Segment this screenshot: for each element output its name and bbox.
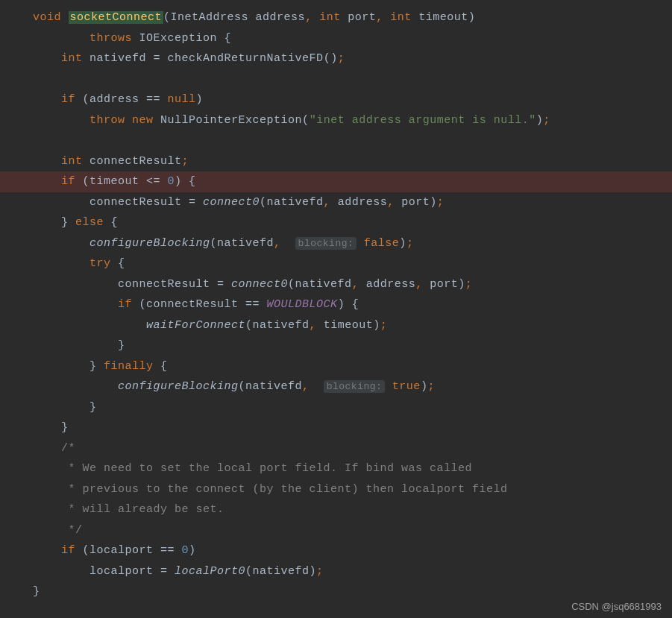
code-line[interactable]: configureBlocking(nativefd, blocking: tr…	[0, 376, 672, 397]
parameter-hint: blocking:	[295, 237, 357, 250]
keyword-void: void	[33, 11, 61, 24]
code-line[interactable]: void socketConnect(InetAddress address, …	[0, 7, 672, 28]
code-line[interactable]: * will already be set.	[0, 499, 672, 520]
code-line[interactable]: localport = localPort0(nativefd);	[0, 561, 672, 582]
keyword-if: if	[61, 175, 75, 188]
op: =	[210, 278, 232, 291]
comma: ,	[376, 11, 383, 24]
arg: port	[430, 278, 458, 291]
code-line[interactable]: throws IOException {	[0, 28, 672, 49]
arg: port	[401, 196, 430, 209]
code-line[interactable]: }	[0, 335, 672, 356]
arg: nativefd	[253, 319, 310, 332]
code-line[interactable]	[0, 69, 672, 90]
op: =	[154, 565, 175, 578]
brace: }	[61, 216, 75, 229]
paren: )	[196, 93, 204, 106]
arg: nativefd	[295, 278, 352, 291]
type: InetAddress	[171, 11, 249, 24]
code-line[interactable]	[0, 130, 672, 151]
comma: ,	[387, 196, 395, 209]
string: "inet address argument is null."	[310, 114, 536, 127]
code-editor[interactable]: void socketConnect(InetAddress address, …	[0, 0, 672, 610]
semi: ;	[380, 319, 388, 332]
boolean: false	[364, 237, 400, 250]
var: timeout	[90, 175, 139, 188]
keyword-new: new	[132, 114, 154, 127]
brace: {	[104, 216, 118, 229]
method-name: socketConnect	[69, 11, 164, 24]
paren: (	[239, 380, 246, 393]
var: nativefd	[90, 52, 146, 65]
number: 0	[182, 544, 189, 557]
code-line[interactable]: } else {	[0, 212, 672, 233]
code-line[interactable]: configureBlocking(nativefd, blocking: fa…	[0, 233, 672, 254]
code-line[interactable]: * We need to set the local port field. I…	[0, 458, 672, 479]
code-line[interactable]: connectResult = connect0(nativefd, addre…	[0, 274, 672, 295]
type: int	[61, 155, 83, 168]
paren: (	[245, 319, 253, 332]
brace: }	[90, 360, 104, 373]
var: connectResult	[118, 278, 210, 291]
code-line[interactable]: /*	[0, 438, 672, 459]
paren: ) {	[175, 175, 196, 188]
paren: (	[75, 544, 90, 557]
arg: address	[366, 278, 416, 291]
code-line[interactable]: int nativefd = checkAndReturnNativeFD();	[0, 48, 672, 69]
code-line[interactable]: }	[0, 397, 672, 418]
brace: }	[61, 421, 69, 434]
paren: (	[163, 11, 171, 24]
paren: )	[310, 565, 317, 578]
code-line[interactable]: }	[0, 417, 672, 438]
code-line[interactable]: try {	[0, 253, 672, 274]
code-line[interactable]: */	[0, 520, 672, 541]
code-line[interactable]: waitForConnect(nativefd, timeout);	[0, 315, 672, 336]
code-line-highlighted[interactable]: if (timeout <= 0) {	[0, 171, 672, 192]
code-line[interactable]: if (localport == 0)	[0, 540, 672, 561]
paren: )	[189, 544, 196, 557]
arg: nativefd	[245, 380, 302, 393]
var: localport	[90, 544, 154, 557]
code-line[interactable]: if (address == null)	[0, 89, 672, 110]
code-line[interactable]: } finally {	[0, 356, 672, 377]
keyword-if: if	[61, 93, 75, 106]
paren: )	[468, 11, 476, 24]
paren: )	[536, 114, 544, 127]
code-line[interactable]: * previous to the connect (by the client…	[0, 479, 672, 500]
method-call: localPort0	[175, 565, 245, 578]
code-line[interactable]: }	[0, 581, 672, 602]
code-line[interactable]: connectResult = connect0(nativefd, addre…	[0, 192, 672, 213]
semi: ;	[338, 52, 345, 65]
type: int	[390, 11, 412, 24]
comment: * will already be set.	[61, 503, 224, 516]
paren: (	[210, 237, 218, 250]
keyword-throw: throw	[90, 114, 125, 127]
comma: ,	[324, 196, 331, 209]
keyword-finally: finally	[104, 360, 154, 373]
number: 0	[168, 175, 175, 188]
param: timeout	[412, 11, 468, 24]
method-call: checkAndReturnNativeFD	[168, 52, 324, 65]
paren: (	[260, 196, 267, 209]
code-line[interactable]: int connectResult;	[0, 151, 672, 172]
arg: nativefd	[217, 237, 274, 250]
type: int	[319, 11, 341, 24]
semi: ;	[316, 565, 324, 578]
keyword-try: try	[90, 257, 111, 270]
var: connectResult	[90, 155, 182, 168]
paren: )	[373, 319, 380, 332]
paren: )	[430, 196, 437, 209]
op: =	[146, 52, 168, 65]
semi: ;	[406, 237, 414, 250]
paren: (	[302, 114, 310, 127]
method-call: configureBlocking	[118, 380, 239, 393]
var: address	[90, 93, 139, 106]
semi: ;	[543, 114, 550, 127]
paren: ()	[324, 52, 338, 65]
brace: }	[118, 339, 125, 352]
code-line[interactable]: throw new NullPointerException("inet add…	[0, 110, 672, 131]
type: int	[61, 52, 83, 65]
comma: ,	[352, 278, 359, 291]
paren: )	[399, 237, 406, 250]
code-line[interactable]: if (connectResult == WOULDBLOCK) {	[0, 294, 672, 315]
